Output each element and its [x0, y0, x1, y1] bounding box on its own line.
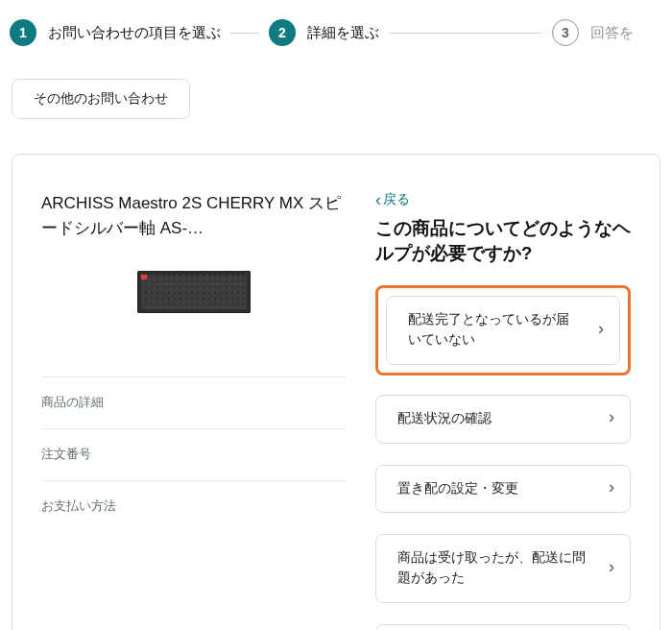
main-panel: ARCHISS Maestro 2S CHERRY MX スピードシルバー軸 A…	[12, 154, 660, 630]
step-separator	[389, 33, 542, 34]
step-1: 1 お問い合わせの項目を選ぶ	[10, 19, 221, 46]
back-link[interactable]: 戻る	[375, 191, 410, 208]
progress-steps: 1 お問い合わせの項目を選ぶ 2 詳細を選ぶ 3 回答を	[0, 0, 672, 79]
help-column: 戻る この商品についてどのようなヘルプが必要ですか? 配送完了となっているが届い…	[375, 191, 631, 630]
step-separator	[230, 33, 259, 34]
product-detail-row[interactable]: 商品の詳細	[41, 376, 347, 428]
step-3-label: 回答を	[590, 24, 634, 42]
product-title: ARCHISS Maestro 2S CHERRY MX スピードシルバー軸 A…	[41, 191, 347, 242]
option-unattended-delivery-settings[interactable]: 置き配の設定・変更	[375, 465, 631, 514]
step-2-label: 詳細を選ぶ	[307, 24, 379, 42]
option-check-delivery-status[interactable]: 配送状況の確認	[375, 395, 631, 444]
product-column: ARCHISS Maestro 2S CHERRY MX スピードシルバー軸 A…	[41, 191, 347, 630]
option-pickup-outside-home[interactable]: 自宅外受け取りについて	[375, 624, 631, 630]
step-3-number: 3	[552, 19, 579, 46]
order-number-row[interactable]: 注文番号	[41, 428, 347, 480]
back-link-label: 戻る	[383, 191, 410, 208]
step-2: 2 詳細を選ぶ	[269, 19, 379, 46]
keyboard-icon	[137, 271, 251, 313]
option-received-but-problem[interactable]: 商品は受け取ったが、配送に問題があった	[375, 534, 631, 603]
product-image	[41, 271, 347, 313]
highlighted-option: 配送完了となっているが届いていない	[375, 285, 631, 376]
help-title: この商品についてどのようなヘルプが必要ですか?	[375, 216, 631, 266]
step-3: 3 回答を	[552, 19, 634, 46]
other-inquiry-button[interactable]: その他のお問い合わせ	[12, 79, 190, 119]
step-1-number: 1	[10, 19, 36, 46]
option-delivered-not-received[interactable]: 配送完了となっているが届いていない	[386, 296, 620, 365]
step-1-label: お問い合わせの項目を選ぶ	[48, 24, 221, 42]
step-2-number: 2	[269, 19, 296, 46]
payment-method-row[interactable]: お支払い方法	[41, 480, 347, 532]
